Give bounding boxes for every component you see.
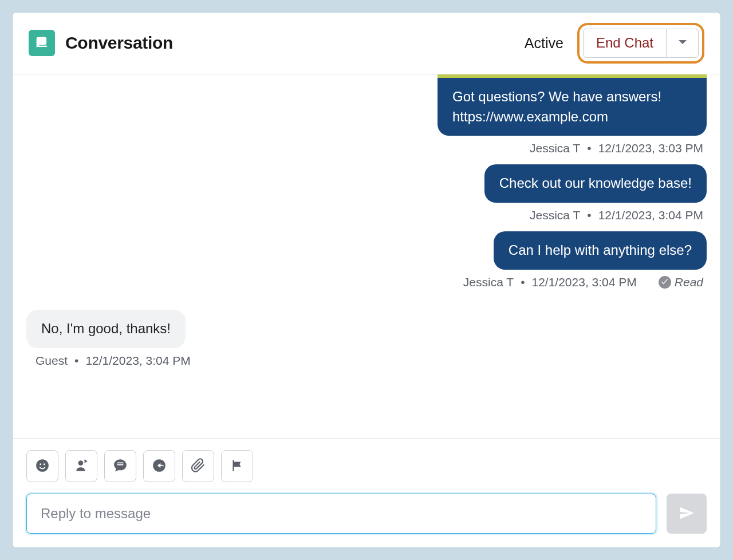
attachment-button[interactable] [182, 450, 214, 482]
message-row: No, I'm good, thanks! Guest • 12/1/2023,… [26, 310, 707, 368]
page-title: Conversation [65, 33, 173, 53]
message-author: Guest [36, 354, 68, 368]
message-bubble: Can I help with anything else? [494, 231, 707, 270]
reply-icon [152, 458, 167, 475]
message-time: 12/1/2023, 3:03 PM [598, 141, 703, 155]
send-icon [679, 505, 695, 523]
end-chat-button[interactable]: End Chat [583, 29, 667, 58]
transfer-button[interactable] [65, 450, 97, 482]
message-bubble: No, I'm good, thanks! [26, 310, 186, 348]
message-time: 12/1/2023, 3:04 PM [531, 275, 636, 289]
message-meta: Jessica T • 12/1/2023, 3:03 PM [530, 141, 707, 155]
message-meta: Jessica T • 12/1/2023, 3:04 PM Read [463, 275, 707, 289]
message-row: Check out our knowledge base! Jessica T … [26, 164, 707, 222]
check-icon [659, 276, 671, 289]
chat-icon [113, 458, 128, 475]
conversation-header: Conversation Active End Chat [13, 13, 720, 74]
svg-point-0 [36, 459, 49, 472]
composer-toolbar [26, 450, 707, 482]
meta-separator: • [521, 275, 525, 289]
svg-point-1 [40, 463, 41, 465]
emoji-button[interactable] [26, 450, 58, 482]
end-chat-dropdown[interactable] [667, 29, 699, 58]
conversation-card: Conversation Active End Chat Got questio… [13, 13, 720, 547]
chevron-down-icon [678, 39, 687, 48]
transfer-icon [74, 458, 89, 475]
message-row: Got questions? We have answers! https://… [26, 74, 707, 156]
note-button[interactable] [104, 450, 136, 482]
meta-separator: • [587, 141, 591, 155]
end-chat-highlight: End Chat [577, 23, 704, 64]
message-time: 12/1/2023, 3:04 PM [598, 208, 703, 222]
message-author: Jessica T [463, 275, 514, 289]
reply-row [26, 494, 707, 534]
send-button[interactable] [667, 494, 707, 534]
message-bubble: Got questions? We have answers! https://… [438, 74, 707, 136]
canned-response-button[interactable] [143, 450, 175, 482]
composer [13, 438, 720, 547]
message-row: Can I help with anything else? Jessica T… [26, 231, 707, 289]
read-badge: Read [659, 275, 703, 289]
paperclip-icon [191, 458, 206, 475]
emoji-icon [35, 458, 50, 475]
reply-input[interactable] [26, 494, 656, 534]
svg-point-3 [78, 460, 84, 466]
flag-icon [230, 458, 245, 475]
conversation-icon [29, 30, 55, 56]
status-label: Active [525, 35, 563, 52]
message-time: 12/1/2023, 3:04 PM [85, 354, 190, 368]
svg-point-2 [44, 463, 45, 465]
read-label: Read [675, 275, 703, 289]
message-author: Jessica T [530, 141, 580, 155]
message-author: Jessica T [530, 208, 580, 222]
meta-separator: • [587, 208, 591, 222]
message-meta: Jessica T • 12/1/2023, 3:04 PM [530, 208, 707, 222]
message-bubble: Check out our knowledge base! [484, 164, 707, 203]
message-meta: Guest • 12/1/2023, 3:04 PM [26, 354, 191, 368]
flag-button[interactable] [221, 450, 253, 482]
message-list: Got questions? We have answers! https://… [13, 74, 720, 438]
meta-separator: • [74, 354, 78, 368]
